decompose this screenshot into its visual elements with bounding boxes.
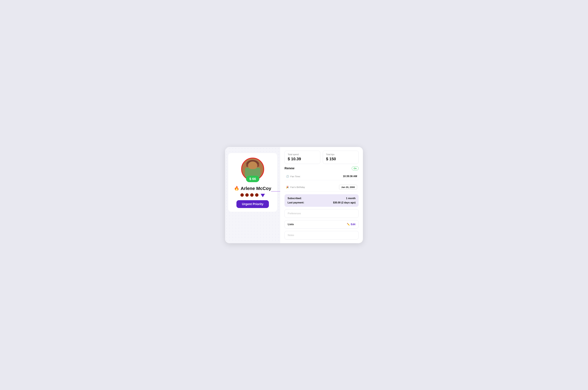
last-payment-value: $30.00 (2 days ago): [333, 201, 356, 204]
cursor-icon: [261, 194, 265, 197]
birthday-row: 🎉 Fan's Birthday Jan 20, 2000: [284, 183, 359, 192]
total-tips-label: Total tips: [326, 153, 355, 156]
preferences-placeholder: Preferences: [288, 212, 301, 215]
total-spend-label: Total spend: [288, 153, 317, 156]
last-payment-row: Last payment: $30.00 (2 days ago): [288, 201, 356, 204]
svg-rect-5: [252, 169, 256, 171]
birthday-label: Fan's Birthday: [290, 186, 305, 189]
renew-label: Renew: [284, 167, 294, 170]
subscribed-row: Subscribed: 1 month: [288, 197, 356, 200]
notes-placeholder: Notes: [288, 234, 294, 237]
dots-row: [240, 193, 265, 197]
stats-row: Total spend $ 10.39 Total tips $ 150: [284, 151, 359, 164]
subscribed-value: 1 month: [346, 197, 356, 200]
clock-icon: 🕐: [286, 175, 289, 178]
last-payment-label: Last payment:: [288, 201, 304, 204]
svg-rect-2: [246, 164, 259, 167]
subscribed-label: Subscribed:: [288, 197, 302, 200]
preferences-box[interactable]: Preferences: [284, 209, 359, 218]
svg-point-7: [249, 169, 250, 171]
fan-name-row: 🔥 Arlene McCoy: [234, 186, 271, 191]
birthday-left: 🎉 Fan's Birthday: [286, 186, 305, 189]
profile-card: $ 66 🔥 Arlene McCoy Urgent Priority: [228, 153, 277, 212]
fan-time-label: Fan Time:: [290, 175, 301, 178]
total-spend-card: Total spend $ 10.39: [284, 151, 320, 164]
svg-point-3: [247, 165, 258, 177]
edit-button[interactable]: ✏️ Edit: [347, 223, 355, 226]
edit-icon: ✏️: [347, 223, 350, 226]
lists-label: Lists: [288, 223, 294, 226]
renew-row: Renew On: [284, 166, 359, 170]
urgent-priority-badge[interactable]: Urgent Priority: [236, 200, 269, 208]
fan-time-value: 10:39:36 AM: [343, 175, 357, 178]
avatar-wrapper: $ 66: [241, 158, 264, 181]
left-panel: $ 66 🔥 Arlene McCoy Urgent Priority: [225, 147, 280, 243]
total-tips-card: Total tips $ 150: [323, 151, 359, 164]
notes-box[interactable]: Notes: [284, 231, 359, 240]
center-divider: [271, 191, 280, 192]
edit-label: Edit: [351, 223, 355, 226]
svg-rect-4: [248, 169, 251, 171]
right-panel: Total spend $ 10.39 Total tips $ 150 Ren…: [280, 147, 363, 243]
dot-1: [240, 193, 244, 197]
total-tips-value: $ 150: [326, 157, 355, 161]
birthday-icon: 🎉: [286, 186, 289, 189]
svg-point-8: [253, 169, 255, 171]
fire-icon: 🔥: [234, 186, 239, 191]
fan-time-left: 🕐 Fan Time:: [286, 175, 301, 178]
renew-status-badge[interactable]: On: [352, 166, 359, 170]
birthday-value: Jan 20, 2000: [339, 185, 357, 190]
subscription-card: Subscribed: 1 month Last payment: $30.00…: [284, 194, 359, 207]
dot-2: [245, 193, 249, 197]
dot-3: [250, 193, 254, 197]
dot-4: [255, 193, 259, 197]
lists-row: Lists ✏️ Edit: [284, 220, 359, 229]
total-spend-value: $ 10.39: [288, 157, 317, 161]
price-badge: $ 66: [246, 176, 259, 182]
fan-name: Arlene McCoy: [241, 186, 271, 191]
fan-time-row: 🕐 Fan Time: 10:39:36 AM: [284, 173, 359, 180]
main-card: $ 66 🔥 Arlene McCoy Urgent Priority Tota…: [225, 147, 363, 243]
